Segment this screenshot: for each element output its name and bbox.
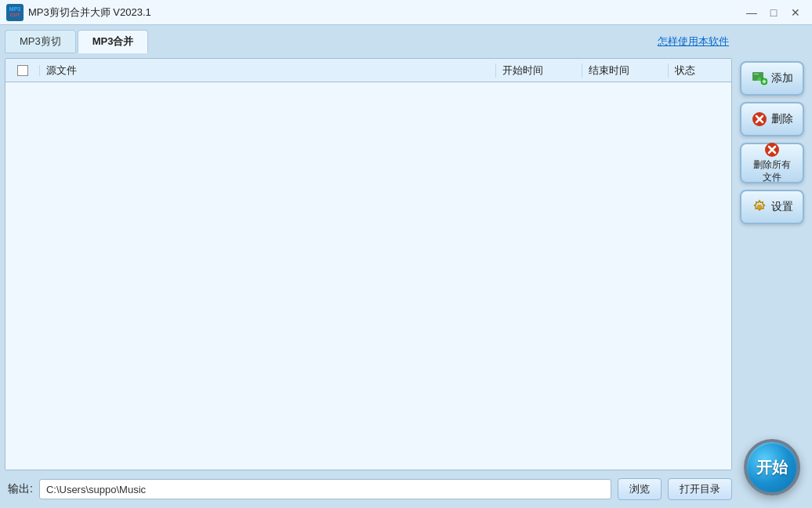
file-table-container: 源文件 开始时间 结束时间 状态 [5, 58, 732, 470]
col-header-status: 状态 [669, 64, 731, 78]
browse-button[interactable]: 浏览 [618, 478, 662, 500]
delete-label: 删除 [771, 112, 793, 126]
close-button[interactable]: ✕ [785, 5, 806, 20]
settings-label: 设置 [771, 200, 793, 214]
start-btn-container: 开始 [744, 439, 800, 495]
delete-all-button[interactable]: 删除所有文件 [740, 143, 804, 183]
table-header: 源文件 开始时间 结束时间 状态 [5, 59, 731, 82]
output-label: 输出: [5, 482, 33, 496]
tab-mp3-cut[interactable]: MP3剪切 [5, 30, 76, 53]
table-body [5, 82, 731, 470]
title-bar-controls: — □ ✕ [741, 5, 806, 20]
help-link[interactable]: 怎样使用本软件 [658, 34, 732, 49]
col-header-source: 源文件 [40, 64, 496, 78]
tabs-container: MP3剪切 MP3合并 [5, 30, 150, 53]
col-header-end: 结束时间 [582, 64, 669, 78]
start-button[interactable]: 开始 [744, 439, 800, 495]
left-panel: MP3剪切 MP3合并 怎样使用本软件 源文件 开始时间 结束时间 状态 [5, 30, 732, 503]
main-content: MP3剪切 MP3合并 怎样使用本软件 源文件 开始时间 结束时间 状态 [0, 25, 812, 508]
tab-mp3-merge[interactable]: MP3合并 [78, 30, 149, 53]
title-bar: MP3 CUT MP3剪切合并大师 V2023.1 — □ ✕ [0, 0, 812, 25]
delete-all-icon [763, 142, 781, 158]
open-dir-button[interactable]: 打开目录 [668, 478, 732, 500]
col-header-checkbox [5, 65, 40, 76]
svg-rect-5 [764, 80, 765, 83]
maximize-button[interactable]: □ [763, 5, 784, 20]
add-label: 添加 [771, 71, 793, 85]
settings-button[interactable]: 设置 [740, 190, 804, 224]
delete-icon [751, 111, 768, 128]
delete-all-label: 删除所有文件 [753, 159, 791, 183]
col-header-start: 开始时间 [496, 64, 582, 78]
gear-icon [751, 198, 768, 216]
app-title: MP3剪切合并大师 V2023.1 [28, 5, 151, 20]
header-checkbox[interactable] [17, 65, 28, 76]
output-bar: 输出: 浏览 打开目录 [5, 475, 732, 503]
title-bar-left: MP3 CUT MP3剪切合并大师 V2023.1 [6, 4, 151, 21]
app-icon: MP3 CUT [6, 4, 24, 21]
tabs-area: MP3剪切 MP3合并 怎样使用本软件 [5, 30, 732, 53]
right-panel: 添加 删除 删除所有文件 [737, 30, 807, 503]
delete-button[interactable]: 删除 [740, 102, 804, 136]
svg-point-13 [758, 205, 762, 209]
minimize-button[interactable]: — [741, 5, 762, 20]
add-icon [751, 70, 768, 87]
add-button[interactable]: 添加 [740, 61, 804, 96]
output-path-input[interactable] [39, 479, 611, 499]
svg-rect-2 [754, 74, 759, 74]
